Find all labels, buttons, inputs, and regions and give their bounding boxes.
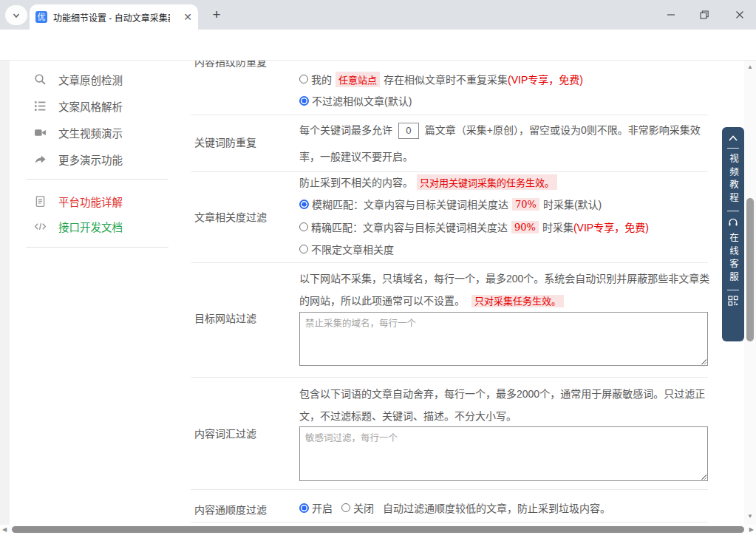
vertical-scroll-thumb[interactable] — [746, 198, 754, 341]
radio-option-fuzzy-match[interactable]: 模糊匹配：文章内容与目标关键词相关度达 70% 时采集(默认) — [299, 195, 602, 213]
sidebar-item-more-demos[interactable]: 更多演示功能 — [34, 151, 123, 166]
option-on-label: 开启 — [312, 500, 333, 515]
sidebar-item-text-to-video[interactable]: 文生视频演示 — [34, 125, 123, 140]
headset-icon[interactable] — [727, 217, 739, 228]
blocked-domains-field — [299, 312, 708, 366]
form-divider — [191, 489, 708, 490]
video-tutorial-link[interactable]: 视频教程 — [722, 154, 744, 205]
sidebar-item-label: 接口开发文档 — [58, 219, 123, 234]
row-label-keyword-dedup: 关键词防重复 — [194, 134, 256, 149]
sidebar-item-label: 文案风格解析 — [58, 98, 123, 114]
video-camera-icon — [34, 126, 47, 139]
keyword-dedup-text: 每个关键词最多允许 篇文章（采集+原创），留空或设为0则不限。非常影响采集效率，… — [299, 117, 712, 170]
sidebar-item-label: 平台功能详解 — [58, 194, 123, 209]
fluency-desc: 自动过滤通顺度较低的文章，防止采到垃圾内容。 — [383, 500, 610, 515]
option-text: 不限定文章相关度 — [311, 242, 394, 256]
radio-option-any-site[interactable]: 我的 任意站点 存在相似文章时不重复采集 (VIP专享，免费) — [299, 70, 583, 88]
radio-option-no-filter-similar[interactable]: 不过滤相似文章(默认) — [299, 92, 412, 109]
option-off-label: 关闭 — [353, 500, 374, 515]
radio-checked[interactable] — [299, 96, 309, 106]
sidebar-item-api-docs[interactable]: 接口开发文档 — [34, 219, 123, 234]
new-tab-button[interactable]: + — [208, 7, 225, 23]
online-service-link[interactable]: 在线客服 — [722, 233, 744, 285]
panel-divider — [727, 148, 739, 149]
any-site-link[interactable]: 任意站点 — [336, 72, 380, 87]
minimize-button[interactable] — [660, 4, 682, 25]
panel-divider — [727, 290, 739, 290]
vip-note: (VIP专享，免费) — [573, 219, 649, 234]
horizontal-scroll-thumb[interactable] — [12, 526, 744, 533]
sidebar-divider — [26, 179, 168, 180]
form-divider — [191, 377, 708, 378]
row-label-word-filter: 内容词汇过滤 — [194, 426, 256, 440]
option-text: 我的 — [311, 72, 332, 86]
tab-search-button[interactable] — [5, 5, 27, 25]
tab-title: 功能细节设置 - 自动文章采集器 — [53, 11, 170, 24]
radio-unchecked[interactable] — [299, 245, 308, 253]
fluency-options: 开启 关闭 自动过滤通顺度较低的文章，防止采到垃圾内容。 — [299, 499, 610, 517]
sidebar-item-style-analysis[interactable]: 文案风格解析 — [34, 98, 123, 113]
floating-help-panel: 视频教程 在线客服 — [722, 127, 744, 341]
row-label-site-filter: 目标网站过滤 — [194, 310, 256, 325]
text-segment: 防止采到不相关的内容。 — [299, 174, 413, 189]
document-icon — [34, 195, 47, 208]
page-content: 文章原创检测 文案风格解析 文生视频演示 更多演示功能 平台功能详解 接口开发文… — [0, 61, 756, 538]
site-filter-desc: 以下网站不采集，只填域名，每行一个，最多200个。系统会自动识别并屏蔽那些非文章… — [299, 268, 712, 313]
option-text: 时采集(默认) — [543, 197, 602, 211]
radio-unchecked[interactable] — [299, 222, 308, 231]
radio-checked[interactable] — [299, 503, 309, 513]
sidebar-divider — [26, 247, 168, 248]
form-divider — [191, 115, 708, 115]
sensitive-words-field — [299, 426, 708, 481]
browser-tab[interactable]: 优 功能细节设置 - 自动文章采集器 ✕ — [30, 4, 198, 30]
code-icon — [34, 220, 47, 233]
share-arrow-icon — [34, 153, 47, 166]
row-label-relevance: 文章相关度过滤 — [194, 209, 267, 224]
vertical-scrollbar[interactable]: ▲ ▼ — [744, 61, 756, 525]
collect-task-note: 只对采集任务生效。 — [471, 295, 564, 307]
relevance-intro: 防止采到不相关的内容。 只对用关键词采集的任务生效。 — [299, 173, 561, 191]
favicon: 优 — [35, 11, 47, 23]
chevron-up-icon[interactable] — [727, 134, 739, 143]
option-text: 精确匹配：文章内容与目标关键词相关度达 — [311, 219, 508, 234]
page-left-gutter — [0, 61, 10, 525]
qr-code-icon[interactable] — [728, 296, 738, 306]
tab-strip: 优 功能细节设置 - 自动文章采集器 ✕ + — [0, 0, 756, 30]
sidebar-item-platform-guide[interactable]: 平台功能详解 — [34, 194, 123, 208]
blocked-domains-textarea[interactable] — [299, 312, 708, 366]
percent-90-badge: 90% — [511, 221, 539, 234]
sensitive-words-textarea[interactable] — [299, 426, 708, 481]
percent-70-badge: 70% — [512, 198, 539, 211]
option-text: 时采集 — [542, 219, 573, 234]
radio-unchecked[interactable] — [299, 75, 308, 84]
restore-button[interactable] — [693, 4, 715, 25]
radio-checked[interactable] — [299, 200, 309, 209]
sidebar-item-label: 文章原创检测 — [58, 72, 123, 87]
text-segment: 每个关键词最多允许 — [299, 124, 392, 136]
browser-toolbar: ucaiyun.com/caiji/settings/ 井 — [0, 30, 756, 61]
tab-close-icon[interactable]: ✕ — [183, 12, 192, 22]
radio-unchecked[interactable] — [341, 503, 350, 512]
browser-window: 优 功能细节设置 - 自动文章采集器 ✕ + ucaiyun.co — [0, 0, 756, 538]
radio-option-exact-match[interactable]: 精确匹配：文章内容与目标关键词相关度达 90% 时采集 (VIP专享，免费) — [299, 218, 649, 236]
row-label-fingerprint: 内容指纹防重复 — [194, 61, 267, 69]
sidebar-item-originality-check[interactable]: 文章原创检测 — [34, 72, 123, 86]
form-divider — [191, 262, 708, 263]
row-label-fluency: 内容通顺度过滤 — [194, 502, 267, 517]
scroll-left-arrow[interactable]: ◀ — [2, 526, 7, 533]
option-text: 模糊匹配：文章内容与目标关键词相关度达 — [312, 197, 508, 211]
scroll-up-arrow[interactable]: ▲ — [744, 64, 756, 70]
radio-option-no-relevance-limit[interactable]: 不限定文章相关度 — [299, 240, 394, 258]
scroll-right-arrow[interactable]: ▶ — [749, 526, 754, 533]
horizontal-scrollbar[interactable]: ◀ ▶ — [0, 525, 756, 534]
panel-divider — [727, 211, 739, 211]
keyword-limit-input[interactable] — [398, 123, 419, 139]
search-icon — [34, 73, 47, 86]
sidebar-item-label: 更多演示功能 — [58, 151, 123, 167]
option-text: 存在相似文章时不重复采集 — [384, 72, 508, 86]
form-divider — [191, 171, 708, 172]
option-text: 不过滤相似文章(默认) — [312, 93, 412, 108]
scroll-down-arrow[interactable]: ▼ — [744, 513, 756, 520]
form-divider — [191, 522, 708, 522]
close-window-button[interactable] — [729, 4, 751, 25]
